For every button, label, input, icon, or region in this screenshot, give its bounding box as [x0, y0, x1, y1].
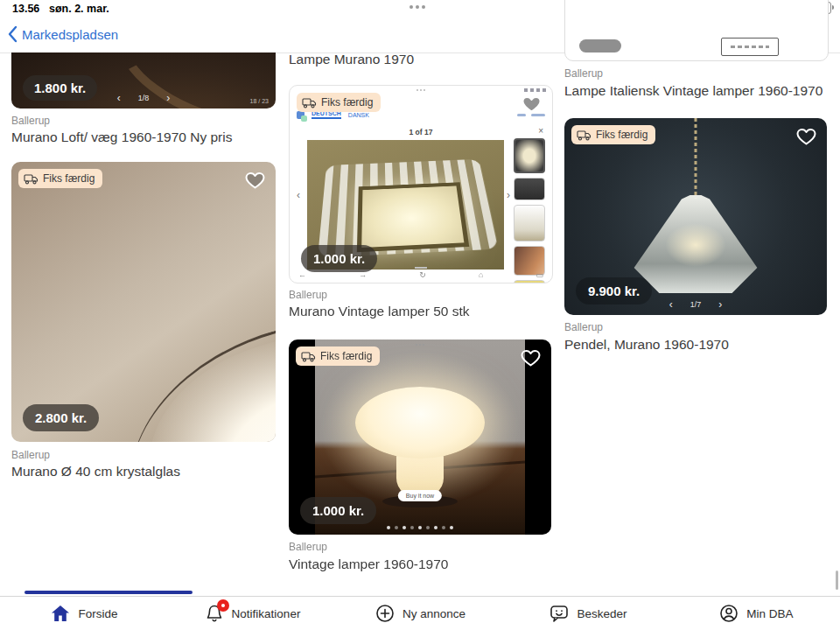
- thumbnail[interactable]: [514, 178, 545, 200]
- tab-notifikationer[interactable]: Notifikationer: [168, 597, 336, 630]
- chevron-left-icon: [7, 25, 18, 43]
- browser-back-icon[interactable]: ←: [298, 270, 306, 279]
- browser-home-icon[interactable]: ⌂: [479, 270, 483, 279]
- screenshot-statusbar-detail: [524, 88, 547, 92]
- tab-min-dba[interactable]: Min DBA: [672, 597, 840, 630]
- listing-location: Ballerup: [11, 115, 50, 127]
- carousel-prev-icon[interactable]: ‹: [117, 94, 121, 102]
- listing-image-vintage-lamper[interactable]: Buy it now Fiks færdig 1.000 kr.: [289, 340, 551, 535]
- truck-icon: [24, 173, 38, 185]
- listing-location: Ballerup: [289, 289, 327, 301]
- tab-forside[interactable]: Forside: [0, 597, 168, 630]
- active-tab-indicator: [24, 591, 192, 594]
- back-button[interactable]: Markedspladsen: [7, 25, 118, 43]
- listing-title[interactable]: Lampe Italiensk Vintage lamper 1960-1970: [564, 83, 822, 99]
- lamp-cord-detail: [695, 118, 697, 199]
- price-badge-partial: [579, 39, 621, 52]
- listing-image-murano-krystalglas[interactable]: Fiks færdig 2.800 kr.: [11, 162, 276, 442]
- tab-beskeder[interactable]: Beskeder: [504, 597, 672, 630]
- gallery-counter: 1 of 17: [290, 128, 552, 136]
- truck-icon: [577, 130, 592, 141]
- fiks-faerdig-badge: Fiks færdig: [18, 169, 102, 188]
- heart-icon[interactable]: [520, 93, 543, 114]
- sheet-handle: [415, 267, 427, 269]
- listing-location: Ballerup: [564, 321, 603, 333]
- date: søn. 2. mar.: [49, 3, 109, 15]
- tab-ny-annonce[interactable]: Ny annonce: [336, 597, 504, 630]
- heart-icon[interactable]: [243, 169, 267, 190]
- tab-bar: Forside Notifikationer Ny annonce Besked…: [0, 596, 840, 630]
- fiks-faerdig-badge: Fiks færdig: [297, 93, 381, 112]
- thumbnail[interactable]: [514, 138, 545, 173]
- tab-label: Forside: [78, 607, 117, 620]
- listing-title[interactable]: Lampe Murano 1970: [289, 52, 414, 67]
- screenshot-multitask-dots-icon: [416, 89, 425, 91]
- price-badge: 1.000 kr.: [301, 245, 377, 272]
- badge-label: Fiks færdig: [320, 350, 372, 362]
- listing-location: Ballerup: [289, 541, 327, 553]
- listing-title[interactable]: Murano Vintage lamper 50 stk: [289, 304, 470, 319]
- truck-icon: [302, 97, 317, 108]
- buy-it-now-pill[interactable]: Buy it now: [398, 490, 442, 501]
- carousel-prev-icon[interactable]: ‹: [669, 301, 673, 309]
- chat-smiley-icon: [549, 603, 570, 624]
- listing-title[interactable]: Vintage lamper 1960-1970: [289, 556, 448, 572]
- badge-label: Fiks færdig: [596, 129, 648, 141]
- pagination-dots: [387, 526, 453, 529]
- carousel-next-icon[interactable]: ›: [166, 94, 170, 102]
- fiks-faerdig-badge: Fiks færdig: [296, 346, 380, 366]
- heart-icon[interactable]: [519, 346, 542, 368]
- browser-reload-icon[interactable]: ↻: [419, 270, 426, 279]
- thumbnail[interactable]: [514, 280, 545, 284]
- image-carousel: ‹ 1/7 ›: [669, 300, 723, 309]
- lamp-cap-detail: [355, 387, 485, 458]
- price-badge: 1.000 kr.: [300, 497, 376, 524]
- listing-location: Ballerup: [11, 449, 50, 461]
- notification-badge: [217, 599, 229, 612]
- pendant-glow-detail: [665, 223, 726, 267]
- listing-location: Ballerup: [564, 67, 603, 80]
- profile-circle-icon: [718, 603, 739, 624]
- listing-card-partial[interactable]: [564, 0, 829, 61]
- truck-icon: [301, 351, 316, 362]
- app-screen: 13.56 søn. 2. mar. 47 % Markedspladsen 1…: [0, 0, 840, 630]
- photo-count: 18 / 23: [250, 98, 269, 104]
- carousel-next-icon[interactable]: ›: [718, 301, 722, 309]
- badge-label: Fiks færdig: [43, 172, 94, 185]
- listing-title[interactable]: Murano Loft/ væg 1960-1970 Ny pris: [11, 130, 232, 145]
- plus-circle-icon: [374, 603, 396, 624]
- outlined-button-partial[interactable]: [721, 38, 779, 56]
- heart-icon[interactable]: [794, 125, 818, 146]
- photo-dots-detail: [416, 344, 424, 346]
- bell-icon: [204, 603, 225, 624]
- price-badge: 2.800 kr.: [23, 404, 99, 431]
- price-badge: 1.800 kr.: [23, 75, 97, 101]
- scrollbar[interactable]: [836, 570, 838, 590]
- listing-image-murano-loft[interactable]: 1.800 kr. ‹ 1/8 › 18 / 23: [11, 52, 276, 108]
- glass-panel-detail: [357, 182, 469, 252]
- tab-label: Beskeder: [577, 607, 626, 620]
- close-icon[interactable]: ×: [538, 126, 543, 136]
- thumbnail[interactable]: [514, 205, 545, 242]
- gallery-next-icon[interactable]: ›: [507, 189, 510, 201]
- listing-image-pendel-murano[interactable]: Fiks færdig 9.900 kr. ‹ 1/7 ›: [564, 118, 827, 315]
- fiks-faerdig-badge: Fiks færdig: [571, 125, 655, 144]
- listing-image-murano-50stk[interactable]: DEUTSCH DANSK 1 of 17 × ‹ › ← → ↻ ⌂ ▭: [289, 85, 553, 284]
- image-carousel: ‹ 1/8 ›: [117, 94, 171, 102]
- listing-title[interactable]: Pendel, Murano 1960-1970: [564, 337, 729, 353]
- browser-tabs-icon[interactable]: ▭: [536, 270, 543, 279]
- listing-title[interactable]: Murano Ø 40 cm krystalglas: [11, 464, 180, 480]
- carousel-counter: 1/7: [690, 300, 702, 309]
- price-badge: 9.900 kr.: [576, 277, 652, 304]
- gallery-prev-icon[interactable]: ‹: [297, 189, 300, 201]
- lamp-photo-detail: [100, 283, 276, 442]
- badge-label: Fiks færdig: [321, 96, 373, 108]
- back-label: Markedspladsen: [22, 27, 118, 42]
- thumbnail-strip[interactable]: [514, 138, 545, 284]
- tab-label: Notifikationer: [232, 607, 301, 620]
- multitask-dots-icon: [410, 5, 425, 9]
- tab-label: Min DBA: [746, 607, 793, 620]
- tab-label: Ny annonce: [402, 607, 466, 620]
- home-icon: [50, 603, 71, 624]
- translate-tab-dansk[interactable]: DANSK: [348, 112, 369, 118]
